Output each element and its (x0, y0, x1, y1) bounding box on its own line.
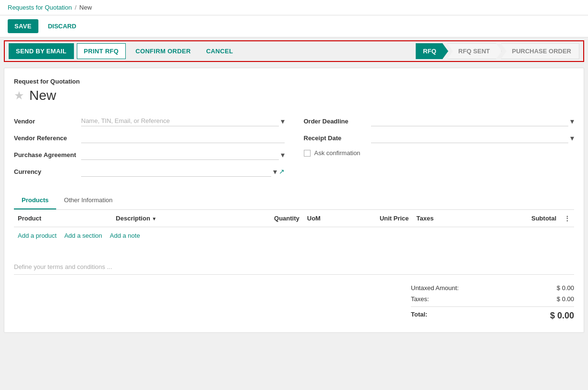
fields-left: Vendor ▾ Vendor Reference Purchase Agree… (14, 113, 285, 180)
form-title: New (29, 88, 56, 103)
order-deadline-value: 08/16/2021 11:59:42 ▾ (371, 116, 575, 126)
breadcrumb: Requests for Quotation / New (8, 4, 580, 11)
receipt-date-field-row: Receipt Date ▾ (304, 130, 575, 146)
total-value: $ 0.00 (550, 311, 574, 321)
tabs-container: Products Other Information (14, 192, 574, 210)
untaxed-label: Untaxed Amount: (411, 284, 459, 292)
confirm-order-button[interactable]: CONFIRM ORDER (129, 44, 197, 59)
fields-right: Order Deadline 08/16/2021 11:59:42 ▾ Rec… (304, 113, 575, 180)
purchase-agreement-field-row: Purchase Agreement ▾ (14, 146, 285, 163)
receipt-date-value: ▾ (371, 133, 575, 143)
add-section-link[interactable]: Add a section (64, 232, 102, 239)
purchase-agreement-value: ▾ (81, 149, 285, 160)
vendor-reference-input[interactable] (81, 133, 285, 143)
ask-confirmation-label: Ask confirmation (314, 149, 360, 157)
vendor-field-row: Vendor ▾ (14, 113, 285, 130)
currency-dropdown-icon[interactable]: ▾ (273, 167, 277, 176)
totals-table: Untaxed Amount: $ 0.00 Taxes: $ 0.00 Tot… (411, 282, 574, 323)
send-email-button[interactable]: SEND BY EMAIL (9, 43, 74, 59)
form-fields: Vendor ▾ Vendor Reference Purchase Agree… (14, 113, 574, 180)
currency-input[interactable]: USD (81, 166, 271, 177)
ask-confirmation-checkbox[interactable] (304, 150, 311, 157)
col-description: Description ▼ (112, 210, 248, 227)
add-product-link[interactable]: Add a product (18, 232, 57, 239)
currency-external-link-icon[interactable]: ↗ (279, 168, 285, 175)
col-menu: ⋮ (560, 210, 574, 227)
order-deadline-field-row: Order Deadline 08/16/2021 11:59:42 ▾ (304, 113, 575, 130)
taxes-label: Taxes: (411, 295, 429, 303)
tab-other-information[interactable]: Other Information (56, 192, 120, 209)
add-note-link[interactable]: Add a note (110, 232, 140, 239)
vendor-input[interactable] (81, 116, 279, 126)
print-rfq-button[interactable]: PRINT RFQ (77, 43, 126, 59)
col-unit-price: Unit Price (347, 210, 412, 227)
totals-section: Untaxed Amount: $ 0.00 Taxes: $ 0.00 Tot… (14, 282, 574, 323)
status-step-rfq[interactable]: RFQ (416, 43, 448, 59)
form-header-label: Request for Quotation (14, 78, 574, 85)
ask-confirmation-row: Ask confirmation (304, 146, 575, 159)
taxes-row: Taxes: $ 0.00 (411, 293, 574, 305)
terms-placeholder: Define your terms and conditions ... (14, 263, 112, 270)
status-bar: RFQ RFQ SENT PURCHASE ORDER (416, 43, 579, 59)
receipt-date-dropdown-icon[interactable]: ▾ (570, 134, 574, 143)
vendor-reference-label: Vendor Reference (14, 134, 81, 142)
col-uom: UoM (303, 210, 347, 227)
tabs-list: Products Other Information (14, 192, 574, 209)
top-toolbar: SAVE DISCARD (0, 15, 588, 37)
receipt-date-label: Receipt Date (304, 134, 371, 142)
breadcrumb-link[interactable]: Requests for Quotation (8, 4, 72, 11)
taxes-value: $ 0.00 (557, 295, 574, 303)
tab-products[interactable]: Products (14, 192, 56, 209)
order-deadline-input[interactable]: 08/16/2021 11:59:42 (371, 116, 569, 126)
vendor-reference-value (81, 133, 285, 143)
favorite-star-icon[interactable]: ★ (14, 89, 24, 102)
col-quantity: Quantity (248, 210, 303, 227)
products-table: Product Description ▼ Quantity UoM Unit … (14, 210, 574, 227)
breadcrumb-bar: Requests for Quotation / New (0, 0, 588, 15)
purchase-agreement-dropdown-icon[interactable]: ▾ (281, 150, 285, 159)
col-taxes: Taxes (413, 210, 494, 227)
form-title-row: ★ New (14, 88, 574, 103)
status-step-rfq-sent[interactable]: RFQ SENT (447, 43, 502, 59)
purchase-agreement-input[interactable] (81, 149, 279, 160)
add-row: Add a product Add a section Add a note (14, 227, 574, 244)
total-label: Total: (411, 311, 427, 321)
action-toolbar: SEND BY EMAIL PRINT RFQ CONFIRM ORDER CA… (4, 40, 584, 62)
currency-field-row: Currency USD ▾ ↗ (14, 163, 285, 180)
description-sort-icon[interactable]: ▼ (152, 216, 156, 221)
receipt-date-input[interactable] (371, 133, 569, 143)
breadcrumb-current: New (79, 4, 92, 11)
status-step-purchase-order[interactable]: PURCHASE ORDER (501, 43, 579, 59)
terms-area: Define your terms and conditions ... (14, 263, 574, 275)
order-deadline-label: Order Deadline (304, 118, 371, 125)
col-product: Product (14, 210, 112, 227)
table-menu-icon[interactable]: ⋮ (564, 215, 570, 222)
save-button[interactable]: SAVE (8, 19, 38, 33)
untaxed-value: $ 0.00 (557, 284, 574, 292)
order-deadline-dropdown-icon[interactable]: ▾ (570, 117, 574, 126)
discard-button[interactable]: DISCARD (42, 19, 82, 33)
total-row: Total: $ 0.00 (411, 306, 574, 323)
breadcrumb-separator: / (75, 4, 77, 11)
main-form: Request for Quotation ★ New Vendor ▾ (4, 68, 584, 333)
vendor-label: Vendor (14, 118, 81, 125)
cancel-button[interactable]: CANCEL (199, 44, 240, 59)
vendor-value: ▾ (81, 116, 285, 126)
untaxed-row: Untaxed Amount: $ 0.00 (411, 282, 574, 293)
purchase-agreement-label: Purchase Agreement (14, 151, 81, 158)
vendor-reference-field-row: Vendor Reference (14, 130, 285, 146)
currency-value: USD ▾ ↗ (81, 166, 285, 177)
currency-label: Currency (14, 168, 81, 175)
col-subtotal: Subtotal (494, 210, 560, 227)
vendor-dropdown-icon[interactable]: ▾ (281, 117, 285, 126)
